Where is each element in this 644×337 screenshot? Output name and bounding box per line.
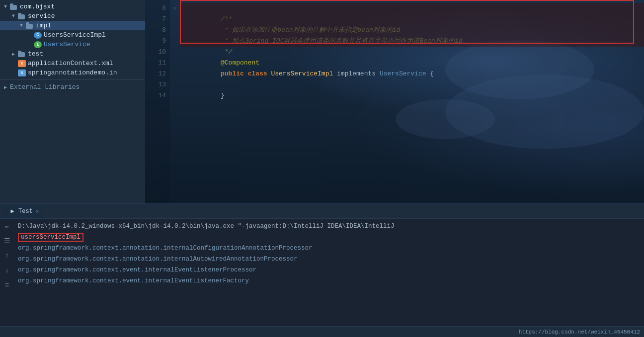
arrow-icon [18,22,25,29]
folder-icon [18,13,26,20]
gutter: ≡ [170,0,180,203]
sidebar-item-app-context[interactable]: X applicationContext.xml [0,59,145,68]
output-java-cmd: D:\Java\jdk-14.0.2_windows-x64_bin\jdk-1… [18,221,640,232]
java-class-icon: C [34,32,42,39]
sidebar-item-label: applicationContext.xml [28,60,113,67]
terminal-icon: ▶ [9,208,16,215]
down-icon[interactable]: ↓ [2,266,12,275]
code-line-7: * 如果在添加注册bean对象的注解中并未指定bean对象的id [180,14,644,25]
code-line-6: /** [180,3,644,14]
list-icon[interactable]: ☰ [2,236,12,246]
output-line-1: org.springframework.context.annotation.i… [18,243,640,254]
code-line-13: } [180,79,644,90]
panel-tabs: ▶ Test ✕ [0,204,644,219]
sidebar-item-external-libraries[interactable]: External Libraries [0,82,145,92]
arrow-icon [10,13,17,20]
status-bar: https://blog.csdn.net/weixin_45450412 [0,326,644,337]
close-tab-button[interactable]: ✕ [36,208,39,214]
external-libraries-label: External Libraries [10,83,80,91]
line-numbers: 6 7 8 9 10 11 12 13 14 [145,0,170,203]
code-editor[interactable]: /** * 如果在添加注册bean对象的注解中并未指定bean对象的id * 那… [180,0,644,203]
code-line-8: * 那么Spring IOC容器会使用该类的名称并且将首字母小写作为该Bean对… [180,25,644,36]
code-line-10: @Component [180,47,644,58]
output-line-2: org.springframework.context.annotation.i… [18,254,640,265]
panel-left-icons: ✏ ☰ ↑ ↓ ≡ [0,219,14,326]
bottom-panel: ▶ Test ✕ ✏ ☰ ↑ ↓ ≡ D:\Java\jdk-14.0.2_wi… [0,203,644,337]
sidebar-item-com-bjsxt[interactable]: com.bjsxt [0,2,145,11]
code-line-11: public class UsersServiceImpl implements… [180,58,644,68]
arrow-icon [2,84,9,91]
sidebar-item-label: springannotationdemo.in [28,69,117,76]
sidebar-item-label: service [28,12,55,20]
sidebar-item-label: test [28,50,43,58]
java-interface-icon: I [34,41,42,48]
xml-icon: X [18,60,26,67]
arrow-icon [2,3,9,10]
editor-content: 6 7 8 9 10 11 12 13 14 ≡ [145,0,644,203]
edit-icon[interactable]: ✏ [2,221,12,231]
code-line-12 [180,68,644,79]
sidebar-item-test[interactable]: test [0,49,145,59]
folder-icon [26,22,34,29]
sidebar-item-service[interactable]: service [0,11,145,21]
sidebar-item-label: UsersServiceImpl [44,31,106,39]
tab-label: Test [18,208,33,215]
output-line-3: org.springframework.context.event.intern… [18,265,640,275]
csdn-link[interactable]: https://blog.csdn.net/weixin_45450412 [519,329,640,335]
highlight-box-text: usersServiceImpl [18,233,83,242]
align-icon[interactable]: ≡ [2,280,12,290]
xml-icon: S [18,69,26,76]
output-service-impl: usersServiceImpl [18,232,640,243]
sidebar-item-users-service[interactable]: I UsersService [0,40,145,49]
folder-icon [18,51,26,58]
main-area: com.bjsxt service impl C UsersServiceImp… [0,0,644,203]
sidebar-item-label: com.bjsxt [20,3,55,10]
code-line-9: */ [180,36,644,47]
sidebar-item-users-service-impl[interactable]: C UsersServiceImpl [0,30,145,40]
folder-icon [10,3,18,10]
sidebar-item-label: impl [36,22,51,29]
sidebar-item-impl[interactable]: impl [0,21,145,30]
arrow-icon [10,51,17,58]
sidebar-item-spring-demo[interactable]: S springannotationdemo.in [0,68,145,77]
up-icon[interactable]: ↑ [2,251,12,261]
editor-area: 6 7 8 9 10 11 12 13 14 ≡ [145,0,644,203]
output-content: D:\Java\jdk-14.0.2_windows-x64_bin\jdk-1… [14,219,644,326]
output-line-4: org.springframework.context.event.intern… [18,275,640,286]
panel-output: ✏ ☰ ↑ ↓ ≡ D:\Java\jdk-14.0.2_windows-x64… [0,219,644,326]
tab-test[interactable]: ▶ Test ✕ [4,204,44,218]
code-line-14 [180,90,644,101]
sidebar: com.bjsxt service impl C UsersServiceImp… [0,0,145,203]
sidebar-item-label: UsersService [44,41,90,48]
